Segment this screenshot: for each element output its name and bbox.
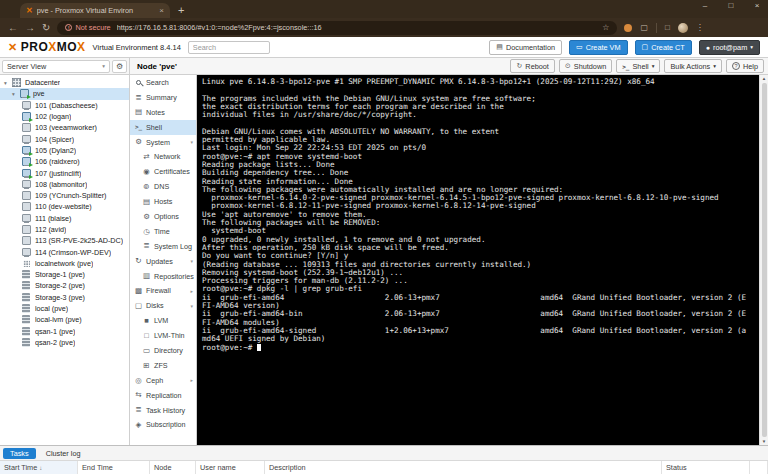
tab-cluster-log[interactable]: Cluster log [39, 448, 88, 459]
create-vm-button[interactable]: ▭ Create VM [569, 40, 628, 55]
extensions-puzzle-icon[interactable]: ▢ [640, 23, 648, 32]
storage-icon [22, 327, 32, 336]
tree-item-local-lvm[interactable]: local-lvm (pve) [0, 314, 129, 325]
menu-item-lvm-thin[interactable]: □LVM-Thin [130, 328, 196, 343]
column-header-node[interactable]: Node [150, 461, 196, 474]
tree-item-105[interactable]: 105 (Dylan2) [0, 145, 129, 156]
menu-item-network[interactable]: ⇄Network [130, 149, 196, 164]
browser-menu-icon[interactable]: ⋮ [696, 23, 704, 32]
tab-close-icon[interactable]: × [159, 6, 164, 15]
new-tab-button[interactable]: + [178, 4, 184, 18]
tree-item-107[interactable]: 107 (justinclift) [0, 167, 129, 178]
column-header-description[interactable]: Description [265, 461, 662, 474]
toolbar-reboot-button[interactable]: ↻Reboot [510, 59, 554, 73]
menu-item-subscription[interactable]: ◈Subscription [130, 417, 196, 432]
column-header-status[interactable]: Status [662, 461, 750, 474]
user-menu-button[interactable]: ● root@pam ▾ [699, 40, 760, 55]
tree-item-qsan-2[interactable]: qsan-2 (pve) [0, 337, 129, 348]
menu-item-system[interactable]: ⚙System▾ [130, 135, 196, 150]
proxmox-logo[interactable]: ✕ PROXMOX [8, 40, 86, 54]
node-toolbar: ↻Reboot⊙Shutdown>_Shell▾Bulk Actions▾?He… [506, 59, 764, 73]
tree-item-102[interactable]: 102 (logan) [0, 111, 129, 122]
bookmark-star-icon[interactable]: ☆ [602, 23, 609, 32]
forward-icon[interactable]: → [25, 23, 35, 33]
toolbar-shell-button[interactable]: >_Shell▾ [616, 59, 660, 73]
menu-item-lvm[interactable]: ■LVM [130, 313, 196, 328]
tree-item-108[interactable]: 108 (labmonitor) [0, 179, 129, 190]
menu-item-shell[interactable]: >_Shell [130, 120, 196, 135]
tree-item-111[interactable]: 111 (blaise) [0, 213, 129, 224]
toolbar-shutdown-button[interactable]: ⊙Shutdown [559, 59, 612, 73]
menu-item-certificates[interactable]: ◉Certificates [130, 164, 196, 179]
tree-item-113[interactable]: 113 (SR-PVE-2k25-AD-DC) [0, 235, 129, 246]
expander-icon[interactable]: ▾ [2, 80, 9, 86]
column-header-user-name[interactable]: User name [196, 461, 265, 474]
column-header-start-time[interactable]: Start Time↓ [0, 461, 78, 474]
menu-item-replication[interactable]: ⇆Replication [130, 388, 196, 403]
scroll-down-icon[interactable]: ▼ [762, 439, 766, 444]
storage-icon [22, 304, 32, 313]
scrollbar-thumb[interactable] [762, 83, 767, 437]
container-icon: ▢ [642, 43, 649, 51]
menu-item-system-log[interactable]: ≣System Log [130, 239, 196, 254]
tree-item-104[interactable]: 104 (Spicer) [0, 133, 129, 144]
tree-item-110[interactable]: 110 (dev-website) [0, 201, 129, 212]
back-icon[interactable]: ← [8, 23, 18, 33]
window-maximize-icon[interactable]: □ [726, 1, 736, 10]
browser-tab[interactable]: ✕ pve - Proxmox Virtual Environ × [20, 3, 170, 18]
menu-item-time[interactable]: ◷Time [130, 224, 196, 239]
reload-icon[interactable]: ↻ [42, 23, 50, 33]
menu-item-repositories[interactable]: ▥Repositories [130, 269, 196, 284]
menu-item-summary[interactable]: ≣Summary [130, 90, 196, 105]
toolbar-help-button[interactable]: ?Help [726, 59, 764, 73]
shell-console[interactable]: Linux pve 6.14.8-3-bpo12-pve #1 SMP PREE… [197, 75, 768, 445]
tree-item-storage-3[interactable]: Storage-3 (pve) [0, 292, 129, 303]
scroll-up-icon[interactable]: ▲ [762, 76, 766, 81]
global-search-input[interactable] [188, 41, 270, 54]
profile-avatar[interactable] [678, 23, 688, 33]
vm-icon [22, 123, 32, 132]
address-bar[interactable]: Not secure https://176.16.5.81:8006/#v1:… [57, 21, 617, 35]
tree-item-109[interactable]: 109 (YCrunch-Splitter) [0, 190, 129, 201]
tree-item-103[interactable]: 103 (veeamworker) [0, 122, 129, 133]
menu-item-search[interactable]: Search [130, 75, 196, 90]
menu-item-notes[interactable]: ▤Notes [130, 105, 196, 120]
terminal-scrollbar[interactable]: ▲ ▼ [759, 75, 768, 445]
menu-item-disks[interactable]: ▢Disks▾ [130, 298, 196, 313]
expander-icon[interactable]: ▾ [10, 91, 17, 97]
tree-item-storage-2[interactable]: Storage-2 (pve) [0, 280, 129, 291]
menu-item-updates[interactable]: ↻Updates▾ [130, 254, 196, 269]
tree-item-storage-1[interactable]: Storage-1 (pve) [0, 269, 129, 280]
menu-item-zfs[interactable]: ⊞ZFS [130, 358, 196, 373]
extension2-icon[interactable]: □ [665, 23, 670, 32]
toolbar-button-label: Bulk Actions [670, 62, 710, 71]
tree-item-qsan-1[interactable]: qsan-1 (pve) [0, 326, 129, 337]
view-selector-label: Server View [7, 62, 46, 71]
tree-item-112[interactable]: 112 (avid) [0, 224, 129, 235]
extension-icon[interactable] [624, 24, 632, 32]
tree-item-114[interactable]: 114 (Crimson-WP-DEV) [0, 246, 129, 257]
toolbar-bulk-actions-button[interactable]: Bulk Actions▾ [664, 59, 722, 73]
tree-settings-button[interactable]: ⚙ [112, 60, 127, 73]
window-minimize-icon[interactable]: – [700, 1, 710, 10]
not-secure-badge[interactable]: Not secure [65, 23, 110, 32]
menu-item-task-history[interactable]: ≣Task History [130, 403, 196, 418]
window-close-icon[interactable]: × [752, 1, 762, 10]
column-header-end-time[interactable]: End Time [78, 461, 150, 474]
menu-item-hosts[interactable]: ▤Hosts [130, 194, 196, 209]
documentation-button[interactable]: ▤ Documentation [489, 40, 562, 55]
tree-item-106[interactable]: 106 (raidxero) [0, 156, 129, 167]
view-selector[interactable]: Server View ▾ [2, 60, 110, 73]
tree-item-datacenter[interactable]: ▾Datacenter [0, 77, 129, 88]
tree-item-101[interactable]: 101 (Dabascheese) [0, 100, 129, 111]
menu-item-options[interactable]: ⚙Options [130, 209, 196, 224]
tree-item-pve[interactable]: ▾pve [0, 88, 129, 99]
tab-tasks[interactable]: Tasks [3, 448, 36, 459]
menu-item-ceph[interactable]: ◎Ceph▸ [130, 373, 196, 388]
menu-item-firewall[interactable]: ▩Firewall▸ [130, 283, 196, 298]
menu-item-dns[interactable]: ⊚DNS [130, 179, 196, 194]
tree-item-local[interactable]: local (pve) [0, 303, 129, 314]
tree-item-localnetwork[interactable]: localnetwork (pve) [0, 258, 129, 269]
menu-item-directory[interactable]: ▭Directory [130, 343, 196, 358]
create-ct-button[interactable]: ▢ Create CT [635, 40, 692, 55]
